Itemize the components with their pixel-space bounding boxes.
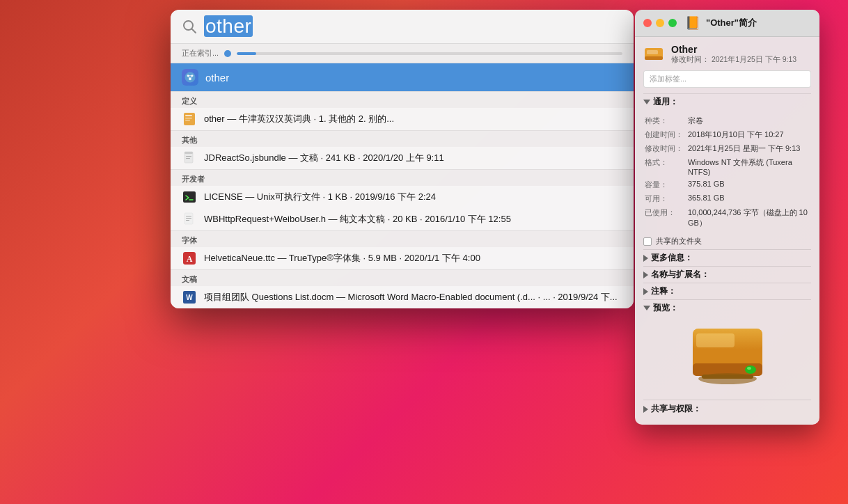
search-input[interactable]: other [204,15,622,38]
table-row: 已使用： 10,000,244,736 字节（磁盘上的 10 GB） [645,206,810,229]
table-row: 创建时间： 2018年10月10日 下午 10:27 [645,128,810,141]
svg-point-2 [185,72,196,83]
svg-text:W: W [186,294,193,301]
sharing-toggle[interactable]: 共享与权限： [643,400,811,418]
svg-rect-34 [696,333,735,347]
info-table: 种类： 宗卷 创建时间： 2018年10月10日 下午 10:27 修改时间： … [643,113,811,230]
svg-text:A: A [187,254,193,264]
preview-toggle[interactable]: 预览： [643,299,811,316]
result-content: HelveticaNeue.ttc — TrueType®字体集 · 5.9 M… [204,252,622,265]
spotlight-window: other 正在索引... [171,10,634,308]
info-title-text: "Other"简介 [706,17,757,29]
comment-toggle[interactable]: 注释： [643,283,811,299]
list-item[interactable]: other — 牛津英汉汉英词典 · 1. 其他的 2. 别的... [171,108,634,130]
table-row: 格式： Windows NT 文件系统 (Tuxera NTFS) [645,156,810,177]
font-icon: A [182,251,197,266]
table-row: 容量： 375.81 GB [645,178,810,191]
section-header-developer: 开发者 [171,169,634,186]
word-icon: W [182,290,197,305]
list-item[interactable]: W 项目组团队 Questions List.docm — Microsoft … [171,286,634,308]
svg-rect-15 [186,156,191,157]
label: 修改时间： [645,142,686,155]
text-doc-icon [182,212,197,227]
result-name: WBHttpRequest+WeiboUser.h — 纯文本文稿 · 20 K… [204,213,622,226]
section-header-definition: 定义 [171,91,634,108]
shared-folder-label: 共享的文件夹 [656,236,702,246]
value: 2018年10月10日 下午 10:27 [688,128,810,141]
svg-rect-16 [186,158,190,159]
result-content: WBHttpRequest+WeiboUser.h — 纯文本文稿 · 20 K… [204,213,622,226]
result-content: other — 牛津英汉汉英词典 · 1. 其他的 2. 别的... [204,113,622,125]
comment-label: 注释： [651,285,676,297]
label: 创建时间： [645,128,686,141]
value: 宗卷 [688,114,810,127]
list-item[interactable]: JDReactSo.jsbundle — 文稿 · 241 KB · 2020/… [171,147,634,169]
drive-name: Other [671,44,796,55]
progress-bar-fill [237,52,256,55]
minimize-button[interactable] [656,19,664,27]
info-titlebar: 📙 "Other"简介 [635,10,819,37]
svg-rect-14 [184,152,193,154]
svg-rect-28 [645,56,663,60]
general-section-toggle[interactable]: 通用： [643,93,811,110]
svg-point-35 [745,365,756,374]
top-result[interactable]: other [171,63,634,91]
name-ext-label: 名称与扩展名： [651,269,709,281]
search-bar: other [171,10,634,44]
list-item[interactable]: A HelveticaNeue.ttc — TrueType®字体集 · 5.9… [171,247,634,269]
triangle-right-icon [643,288,648,295]
section-header-other: 其他 [171,130,634,147]
list-item[interactable]: LICENSE — Unix可执行文件 · 1 KB · 2019/9/16 下… [171,186,634,208]
close-button[interactable] [643,19,652,27]
results-container: 定义 other — 牛津英汉汉英词典 · 1. 其他的 2. 别的... 其他 [171,91,634,308]
drive-name-area: Other 修改时间： 2021年1月25日 下午 9:13 [671,44,796,65]
svg-point-36 [747,367,751,370]
more-info-toggle[interactable]: 更多信息： [643,249,811,266]
value: 2021年1月25日 星期一 下午 9:13 [688,142,810,155]
label: 可用： [645,192,686,205]
result-content: 项目组团队 Questions List.docm — Microsoft Wo… [204,291,622,304]
triangle-right-icon [643,255,648,262]
maximize-button[interactable] [668,19,677,27]
more-info-label: 更多信息： [651,252,693,264]
doc-icon [182,150,197,166]
traffic-lights [643,19,677,27]
general-section-header: 通用： [653,96,678,108]
book-icon [182,111,197,127]
triangle-right-icon [643,271,648,278]
svg-rect-38 [702,375,753,379]
terminal-icon [182,189,197,205]
drive-icon [643,44,664,65]
spotlight-result-icon [182,69,198,86]
svg-rect-22 [186,220,189,221]
value: 10,000,244,736 字节（磁盘上的 10 GB） [688,206,810,229]
table-row: 可用： 365.81 GB [645,192,810,205]
info-window: 📙 "Other"简介 Other 修改时间： [635,10,819,425]
desktop: other 正在索引... [0,0,848,504]
top-result-label: other [205,72,229,84]
svg-line-1 [192,29,196,33]
name-ext-toggle[interactable]: 名称与扩展名： [643,266,811,283]
result-name: 项目组团队 Questions List.docm — Microsoft Wo… [204,291,622,304]
result-name: JDReactSo.jsbundle — 文稿 · 241 KB · 2020/… [204,152,622,164]
indexing-text: 正在索引... [182,48,219,58]
shared-folder-checkbox[interactable] [643,237,652,246]
sharing-label: 共享与权限： [651,403,701,415]
result-content: LICENSE — Unix可执行文件 · 1 KB · 2019/9/16 下… [204,191,622,203]
svg-rect-9 [184,113,195,125]
label: 种类： [645,114,686,127]
drive-preview-image [689,323,766,393]
result-name: other — 牛津英汉汉英词典 · 1. 其他的 2. 别的... [204,113,622,125]
svg-rect-12 [185,120,190,121]
progress-indicator [224,50,231,57]
search-icon [182,19,197,34]
value: 365.81 GB [688,192,810,205]
info-content: Other 修改时间： 2021年1月25日 下午 9:13 添加标签... 通… [635,37,819,425]
section-header-documents: 文稿 [171,269,634,286]
svg-rect-11 [185,118,192,119]
tags-field[interactable]: 添加标签... [643,70,811,88]
section-header-fonts: 字体 [171,230,634,247]
table-row: 修改时间： 2021年1月25日 星期一 下午 9:13 [645,142,810,155]
result-name: HelveticaNeue.ttc — TrueType®字体集 · 5.9 M… [204,252,622,265]
list-item[interactable]: WBHttpRequest+WeiboUser.h — 纯文本文稿 · 20 K… [171,208,634,230]
